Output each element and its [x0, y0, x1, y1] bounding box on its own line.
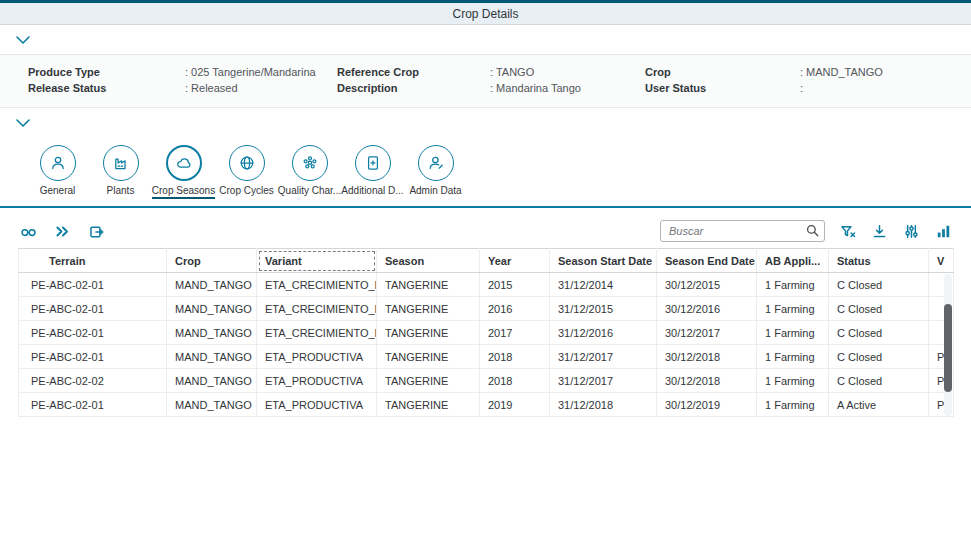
field-label: User Status: [645, 82, 800, 94]
double-chevron-right-icon[interactable]: [52, 222, 72, 240]
column-header-v[interactable]: V: [929, 249, 954, 273]
table-cell: MAND_TANGO: [167, 273, 257, 297]
table-header-row: TerrainCropVariantSeasonYearSeason Start…: [19, 249, 954, 273]
crop-seasons-table-wrap: TerrainCropVariantSeasonYearSeason Start…: [18, 248, 953, 417]
crop-details-page: { "header": { "title": "Crop Details" },…: [0, 0, 971, 545]
table-cell: MAND_TANGO: [167, 369, 257, 393]
column-header-season[interactable]: Season: [377, 249, 480, 273]
tab-admin-data[interactable]: Admin Data: [404, 145, 467, 197]
table-row[interactable]: PE-ABC-02-01MAND_TANGOETA_PRODUCTIVATANG…: [19, 393, 954, 417]
tab-label: Crop Seasons: [152, 185, 215, 199]
table-cell: 31/12/2016: [550, 321, 657, 345]
table-cell: ETA_PRODUCTIVA: [257, 393, 377, 417]
icon-tab-bar: General Plants Crop Seasons Crop Cycles …: [0, 138, 971, 208]
table-cell: 31/12/2017: [550, 345, 657, 369]
cloud-icon: [166, 145, 202, 181]
tab-crop-cycles[interactable]: Crop Cycles: [215, 145, 278, 197]
column-header-terrain[interactable]: Terrain: [19, 249, 167, 273]
field-label: Release Status: [28, 82, 185, 94]
tab-crop-seasons[interactable]: Crop Seasons: [152, 145, 215, 199]
table-cell: 2019: [480, 393, 550, 417]
download-icon[interactable]: [869, 222, 889, 240]
header-collapse-row: [0, 25, 971, 55]
tabs-collapse-row: [0, 108, 971, 138]
search-box: [660, 220, 825, 242]
crop-seasons-table: TerrainCropVariantSeasonYearSeason Start…: [18, 248, 954, 417]
table-cell: 31/12/2018: [550, 393, 657, 417]
field-value: : Mandarina Tango: [490, 82, 645, 94]
field-label: Produce Type: [28, 66, 185, 78]
table-row[interactable]: PE-ABC-02-01MAND_TANGOETA_CRECIMIENTO_NP…: [19, 321, 954, 345]
table-row[interactable]: PE-ABC-02-01MAND_TANGOETA_PRODUCTIVATANG…: [19, 345, 954, 369]
table-cell: C Closed: [829, 321, 929, 345]
table-cell: TANGERINE: [377, 345, 480, 369]
search-input[interactable]: [660, 220, 825, 242]
crop-info-panel: Produce Type : 025 Tangerine/Mandarina R…: [0, 55, 971, 108]
tab-label: General: [40, 185, 76, 197]
table-row[interactable]: PE-ABC-02-01MAND_TANGOETA_CRECIMIENTO_NP…: [19, 297, 954, 321]
search-icon[interactable]: [805, 223, 821, 239]
tab-general[interactable]: General: [26, 145, 89, 197]
table-cell: 1 Farming: [757, 369, 829, 393]
table-cell: ETA_CRECIMIENTO_NP: [257, 321, 377, 345]
vertical-scrollbar-thumb[interactable]: [944, 304, 952, 392]
column-header-variant[interactable]: Variant: [257, 249, 377, 273]
column-header-ab-appli[interactable]: AB Appli...: [757, 249, 829, 273]
tab-label: Crop Cycles: [219, 185, 273, 197]
tab-plants[interactable]: Plants: [89, 145, 152, 197]
column-header-crop[interactable]: Crop: [167, 249, 257, 273]
personalize-sliders-icon[interactable]: [901, 222, 921, 240]
export-icon[interactable]: [86, 222, 106, 240]
field-value: : TANGO: [490, 66, 645, 78]
table-cell: 30/12/2018: [657, 345, 757, 369]
tab-additional-data[interactable]: Additional D...: [341, 145, 404, 197]
table-cell: 2015: [480, 273, 550, 297]
table-cell: TANGERINE: [377, 321, 480, 345]
glasses-icon[interactable]: [18, 222, 38, 240]
field-value: : MAND_TANGO: [800, 66, 883, 78]
column-header-status[interactable]: Status: [829, 249, 929, 273]
chevron-down-icon[interactable]: [15, 33, 33, 47]
table-cell: 1 Farming: [757, 273, 829, 297]
field-value: :: [800, 82, 883, 94]
table-cell: 1 Farming: [757, 297, 829, 321]
document-plus-icon: [355, 145, 391, 181]
table-cell: C Closed: [829, 345, 929, 369]
table-cell: MAND_TANGO: [167, 297, 257, 321]
table-cell: TANGERINE: [377, 369, 480, 393]
table-cell: PE-ABC-02-01: [19, 297, 167, 321]
tab-label: Quality Char...: [278, 185, 341, 197]
field-value: : 025 Tangerine/Mandarina: [185, 66, 337, 78]
column-header-season-end-date[interactable]: Season End Date: [657, 249, 757, 273]
table-cell: 1 Farming: [757, 393, 829, 417]
table-cell: 2017: [480, 321, 550, 345]
table-cell: PE-ABC-02-01: [19, 393, 167, 417]
table-cell: 30/12/2016: [657, 297, 757, 321]
table-row[interactable]: PE-ABC-02-01MAND_TANGOETA_CRECIMIENTO_NP…: [19, 273, 954, 297]
table-cell: MAND_TANGO: [167, 345, 257, 369]
table-cell: A Active: [829, 393, 929, 417]
table-row[interactable]: PE-ABC-02-02MAND_TANGOETA_PRODUCTIVATANG…: [19, 369, 954, 393]
column-header-year[interactable]: Year: [480, 249, 550, 273]
bar-chart-icon[interactable]: [933, 222, 953, 240]
table-cell: 30/12/2017: [657, 321, 757, 345]
quality-cluster-icon: [292, 145, 328, 181]
tab-quality-characteristics[interactable]: Quality Char...: [278, 145, 341, 197]
table-cell: PE-ABC-02-01: [19, 273, 167, 297]
column-header-season-start-date[interactable]: Season Start Date: [550, 249, 657, 273]
table-cell: 30/12/2019: [657, 393, 757, 417]
tab-label: Plants: [107, 185, 135, 197]
info-group-3: Crop : MAND_TANGO User Status :: [645, 66, 883, 94]
table-cell: 31/12/2014: [550, 273, 657, 297]
chevron-down-icon[interactable]: [15, 116, 33, 130]
table-cell: ETA_PRODUCTIVA: [257, 369, 377, 393]
table-cell: 31/12/2015: [550, 297, 657, 321]
clear-filter-icon[interactable]: [837, 222, 857, 240]
table-cell: C Closed: [829, 369, 929, 393]
tab-label: Additional D...: [341, 185, 403, 197]
table-cell: TANGERINE: [377, 393, 480, 417]
admin-person-icon: [418, 145, 454, 181]
table-cell: PE-ABC-02-01: [19, 345, 167, 369]
table-cell: ETA_CRECIMIENTO_NP: [257, 297, 377, 321]
info-group-1: Produce Type : 025 Tangerine/Mandarina R…: [28, 66, 337, 94]
